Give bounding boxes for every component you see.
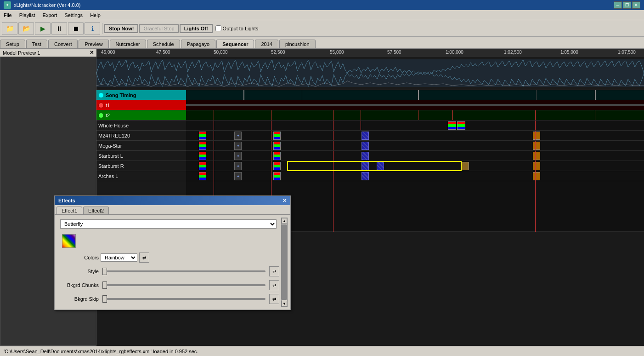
effects-dialog: Effects ✕ Effect1 Effect2 Butterfly Colo… (54, 195, 291, 310)
model-preview-close[interactable]: ✕ (90, 50, 94, 56)
tab-papagayo[interactable]: Papagayo (181, 40, 216, 48)
output-to-lights-checkbox[interactable] (215, 25, 221, 31)
info-button[interactable]: ℹ (85, 22, 100, 35)
effects-bkgrd-skip-slider-container (101, 298, 267, 300)
effect-block-sr-2[interactable]: ✦ (234, 162, 242, 170)
effect-block-sr-5[interactable] (377, 162, 384, 170)
effect-block-sl-1[interactable] (199, 152, 206, 160)
effect-block-m24tree-4[interactable] (362, 132, 369, 140)
effects-bkgrd-skip-slider-thumb[interactable] (102, 295, 107, 303)
menu-playlist[interactable]: Playlist (16, 11, 39, 19)
track-row-t1 (186, 100, 644, 110)
status-bar: 'C:\Users\Sean_Dell\Documents\xmas2014\x… (0, 346, 644, 356)
effects-scrollbar[interactable]: ▲ ▼ (281, 218, 288, 307)
menu-file[interactable]: File (0, 11, 16, 19)
graceful-stop-button[interactable]: Graceful Stop (139, 24, 178, 33)
effect-block-mega-5[interactable] (533, 142, 540, 150)
effects-style-random-button[interactable]: ⇄ (269, 266, 279, 276)
effects-tab-1[interactable]: Effect1 (56, 207, 82, 214)
effect-block-mega-4[interactable] (362, 142, 369, 150)
effect-block-m24tree-1[interactable] (199, 132, 206, 140)
effects-type-select[interactable]: Butterfly (60, 219, 277, 229)
stop-now-button[interactable]: Stop Now! (104, 24, 138, 33)
tab-nutcracker[interactable]: Nutcracker (110, 40, 146, 48)
effect-block-m24tree-3[interactable] (273, 132, 281, 140)
effect-block-m24tree-5[interactable] (533, 132, 540, 140)
effect-block-sr-1[interactable] (199, 162, 206, 170)
open2-button[interactable]: 📂 (18, 22, 34, 35)
waveform-canvas: // This won't execute in SVG context, ge… (96, 57, 644, 90)
effects-bkgrd-chunks-slider-thumb[interactable] (102, 281, 107, 289)
effect-block-al-2[interactable]: ✦ (234, 172, 242, 180)
tab-2014[interactable]: 2014 (255, 40, 278, 48)
track-row-arches-l: ✦ (186, 171, 644, 181)
model-preview-title: Model Preview 1 ✕ (0, 49, 96, 57)
menu-settings[interactable]: Settings (61, 11, 86, 19)
tab-convert[interactable]: Convert (48, 40, 78, 48)
tab-sequencer[interactable]: Sequencer (216, 40, 254, 48)
effects-preview-icon (62, 234, 76, 248)
scroll-thumb[interactable] (282, 224, 287, 300)
tab-setup[interactable]: Setup (0, 40, 25, 48)
pause-icon: ⏸ (54, 23, 65, 34)
model-preview-label: Model Preview 1 (3, 50, 40, 56)
effect-block-sl-4[interactable] (362, 152, 369, 160)
track-name-song-timing: Song Timing (106, 92, 136, 98)
effects-bkgrd-chunks-row: Bkgrd Chunks ⇄ (57, 279, 279, 291)
effect-block-sr-4[interactable] (362, 162, 369, 170)
stop-button[interactable]: ⏹ (68, 22, 84, 35)
effect-block-whole-house-1[interactable] (448, 121, 456, 130)
tab-schedule[interactable]: Schedule (147, 40, 180, 48)
scroll-up-button[interactable]: ▲ (282, 218, 287, 224)
effect-block-al-3[interactable] (273, 172, 281, 180)
effect-block-mega-1[interactable] (199, 142, 206, 150)
effects-type-row: Butterfly (57, 218, 279, 230)
effects-colors-select[interactable]: Rainbow Custom None (101, 253, 137, 262)
track-row-m24tree: ✦ (186, 131, 644, 141)
pause-button[interactable]: ⏸ (51, 22, 67, 35)
effect-block-sl-3[interactable] (273, 152, 281, 160)
effects-tabs: Effect1 Effect2 (55, 205, 290, 215)
effect-block-al-4[interactable] (362, 172, 369, 180)
effect-block-sl-2[interactable]: ✦ (234, 152, 242, 160)
effect-block-sl-5[interactable] (533, 152, 540, 160)
folder-icon: 📁 (4, 23, 15, 34)
effect-block-mega-3[interactable] (273, 142, 281, 150)
tab-bar: Setup Test Convert Preview Nutcracker Sc… (0, 37, 644, 49)
track-label-m24tree: M24TREE120 (96, 131, 186, 141)
effects-bkgrd-skip-slider-track (102, 298, 266, 300)
effect-block-al-1[interactable] (199, 172, 206, 180)
open-button[interactable]: 📁 (2, 22, 17, 35)
track-label-starburst-l: Starburst L (96, 151, 186, 161)
ruler-mark-2: 50,000 (214, 50, 228, 55)
effects-left: Butterfly Colors Rainbow Custom None ⇄ S… (57, 218, 279, 307)
tab-test[interactable]: Test (26, 40, 47, 48)
effect-block-al-5[interactable] (533, 172, 540, 180)
effects-colors-random-button[interactable]: ⇄ (139, 253, 149, 263)
effects-bkgrd-skip-random-button[interactable]: ⇄ (269, 294, 279, 304)
play-button[interactable]: ▶ (35, 22, 51, 35)
scroll-down-button[interactable]: ▼ (282, 301, 287, 306)
effect-block-sr-7[interactable] (533, 162, 540, 170)
menu-help[interactable]: Help (86, 11, 104, 19)
effect-block-m24tree-2[interactable]: ✦ (234, 132, 242, 140)
app-title: xLights/Nutcracker (Ver 4.0.0) (14, 2, 614, 8)
effects-close-button[interactable]: ✕ (282, 198, 287, 204)
waveform-svg: // This won't execute in SVG context, ge… (96, 57, 644, 89)
tab-pincushion[interactable]: pincushion (279, 40, 316, 48)
effect-block-sr-6[interactable] (462, 162, 469, 170)
track-name-arches-l: Arches L (98, 173, 118, 179)
minimize-button[interactable]: ─ (614, 1, 622, 9)
toolbar: 📁 📂 ▶ ⏸ ⏹ ℹ Stop Now! Graceful Stop Ligh… (0, 20, 644, 37)
lights-off-button[interactable]: Lights Off (180, 24, 213, 33)
effects-tab-2[interactable]: Effect2 (83, 207, 109, 214)
effect-block-mega-2[interactable]: ✦ (234, 142, 242, 150)
effects-style-slider-thumb[interactable] (102, 268, 107, 275)
effect-block-sr-3[interactable] (273, 162, 281, 170)
tab-preview[interactable]: Preview (79, 40, 108, 48)
close-button[interactable]: ✕ (632, 1, 640, 9)
restore-button[interactable]: ❐ (623, 1, 631, 9)
effects-bkgrd-chunks-random-button[interactable]: ⇄ (269, 280, 279, 290)
effect-block-whole-house-2[interactable] (457, 121, 465, 130)
menu-export[interactable]: Export (39, 11, 61, 19)
